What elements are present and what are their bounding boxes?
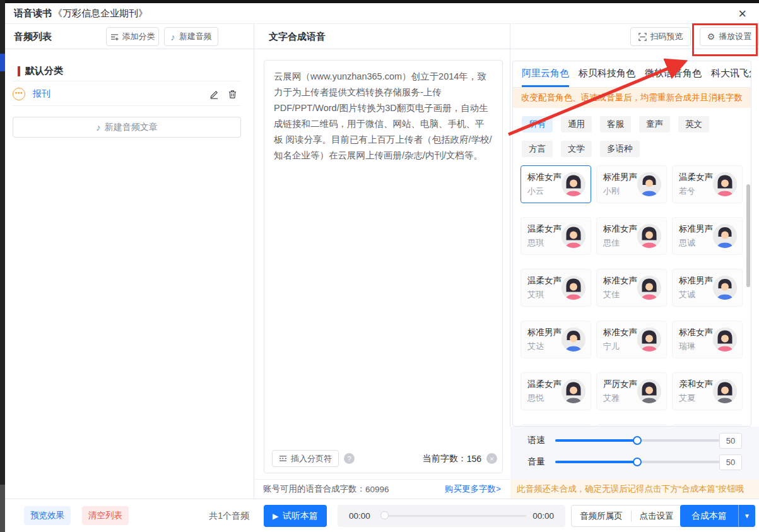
dialog-document-name: 《万彩信息企业期刊》 [53,8,148,20]
tts-text-editor[interactable]: 云展网（www.yunzhan365.com）创立于2014年，致力于为上传者提… [264,60,503,473]
speed-slider-knob[interactable] [633,436,642,445]
voice-filter-tag[interactable]: 通用 [561,116,592,133]
voice-name-label: 思佳 [603,237,637,249]
voice-card[interactable]: 标准女声小云 [521,165,591,203]
clear-text-icon[interactable]: × [486,453,497,464]
voice-name-label: 小云 [527,186,562,197]
voice-filter-tag[interactable]: 方言 [522,141,553,157]
scan-preview-button[interactable]: 扫码预览 [630,27,691,46]
char-count-label: 当前字数： [423,453,467,464]
voice-filter-tag[interactable]: 英文 [678,116,709,133]
audio-item-label[interactable]: 报刊 [33,88,209,100]
voice-type-label: 亲和女声 [679,379,713,390]
voice-avatar [562,224,585,248]
chevron-down-icon[interactable]: ▼ [739,512,755,519]
volume-slider-fill [555,461,637,463]
voice-filter-tag[interactable]: 所有 [522,116,553,133]
voice-name-label: 艾雅 [603,393,637,404]
voice-card[interactable]: 温柔女声思琪 [521,217,591,255]
add-category-button[interactable]: 添加分类 [106,27,159,46]
voice-name-label: 小刚 [603,186,637,197]
voice-provider-tab[interactable]: 微软语音角色 [645,68,702,87]
voice-filter-tag[interactable]: 多语种 [600,141,640,157]
dialog-title: 语音读书 [14,8,52,20]
speed-value-input[interactable]: 50 [719,433,742,449]
listen-button[interactable]: ▶ 试听本篇 [264,505,327,527]
voice-type-label: 温柔女声 [527,223,562,235]
time-current: 00:00 [349,511,370,521]
voice-card[interactable]: 标准女声艾佳 [596,269,667,307]
listen-label: 试听本篇 [283,511,318,522]
synthesize-button[interactable]: 合成本篇 ▼ [680,505,755,527]
audio-page-button[interactable]: 音频所属页 [572,511,631,522]
help-icon[interactable]: ? [344,453,355,464]
new-audio-label: 新建音频 [179,31,212,42]
audio-list-item[interactable]: ⋯ 报刊 [13,84,241,104]
voice-card[interactable]: 标准女声思佳 [596,217,667,255]
synthesize-label: 合成本篇 [680,511,738,522]
voice-filter-tag[interactable]: 客服 [600,116,631,133]
voice-card[interactable]: 标准女声宁儿 [596,321,667,358]
voice-card[interactable]: 标准男声艾达 [521,321,591,358]
click-set-button[interactable]: 点击设置 [632,511,682,522]
resynthesize-warning: 改变配音角色、语速或音量后，均需重新合成并且消耗字数 [513,88,751,108]
audio-count-label: 共1个音频 [209,511,249,522]
time-total: 00:00 [532,511,554,521]
voice-card[interactable]: 标准男声艾诚 [672,269,743,307]
voice-card[interactable]: 温柔女声思悦 [521,372,591,410]
buy-more-link[interactable]: 购买更多字数> [445,483,501,495]
background-app-left-strip [0,0,5,532]
play-icon: ▶ [273,512,278,521]
preview-effect-button[interactable]: 预览效果 [24,506,71,525]
voice-name-label: 瑞琳 [679,341,713,352]
voice-avatar [637,379,661,403]
volume-slider[interactable] [555,461,719,463]
voice-type-label: 标准女声 [603,223,637,235]
voice-card[interactable]: 标准男声小刚 [596,165,667,203]
voice-card[interactable]: 温柔女声艾琪 [521,269,591,307]
voice-type-label: 标准男声 [679,223,713,235]
quota-row: 账号可用的语音合成字数： 60996 购买更多字数> [254,479,510,499]
speed-slider[interactable] [555,439,719,442]
background-app-accent [0,54,5,71]
voice-filter-tags: 所有通用客服童声英文方言文学多语种 [513,108,751,157]
voice-provider-tab[interactable]: 阿里云角色 [522,68,569,87]
voice-filter-tag[interactable]: 文学 [561,141,592,157]
tts-text-content[interactable]: 云展网（www.yunzhan365.com）创立于2014年，致力于为上传者提… [264,61,502,172]
item-ellipsis-icon[interactable]: ⋯ [13,88,25,100]
close-icon[interactable]: × [738,4,746,23]
quota-label: 账号可用的语音合成字数： [263,483,365,495]
char-count-value: 156 [467,454,481,464]
delete-icon[interactable] [228,90,237,99]
insert-page-break-button[interactable]: 插入分页符 [272,450,339,467]
speed-slider-row: 语速 50 [510,434,759,447]
voice-card[interactable]: 温柔女声若兮 [672,165,743,203]
voice-name-label: 艾诚 [679,289,713,300]
voice-provider-tab[interactable]: 科大讯飞角色 [711,68,751,87]
editor-footer: 插入分页符 ? 当前字数： 156 × [272,450,497,467]
player-progress-track[interactable] [382,515,526,517]
edit-icon[interactable] [209,90,219,99]
voice-card[interactable]: 标准男声思诚 [672,217,743,255]
volume-slider-row: 音量 50 [510,456,759,468]
new-audio-article-label: 新建音频文章 [105,122,158,133]
speed-label: 语速 [527,435,549,446]
clear-list-button[interactable]: 清空列表 [82,506,129,525]
new-audio-button[interactable]: ♪ 新建音频 [164,27,218,46]
voice-list-scrollbar[interactable] [746,184,750,287]
player-progress-knob[interactable] [380,511,389,519]
voice-avatar [637,172,661,196]
voice-type-label: 温柔女声 [527,275,562,287]
divider [13,105,241,106]
voice-filter-tag[interactable]: 童声 [639,116,670,133]
voice-avatar [713,276,737,300]
volume-slider-knob[interactable] [633,458,642,466]
voice-card[interactable]: 标准女声瑞琳 [672,321,743,358]
voice-name-label: 宁儿 [603,341,637,352]
new-audio-article-button[interactable]: ♪ 新建音频文章 [13,117,241,138]
voice-card[interactable]: 严厉女声艾雅 [596,372,667,410]
voice-provider-tab[interactable]: 标贝科技角色 [579,68,635,87]
volume-value-input[interactable]: 50 [719,454,742,470]
play-settings-button[interactable]: ⚙ 播放设置 [700,27,759,46]
voice-card[interactable]: 亲和女声艾夏 [672,372,743,410]
